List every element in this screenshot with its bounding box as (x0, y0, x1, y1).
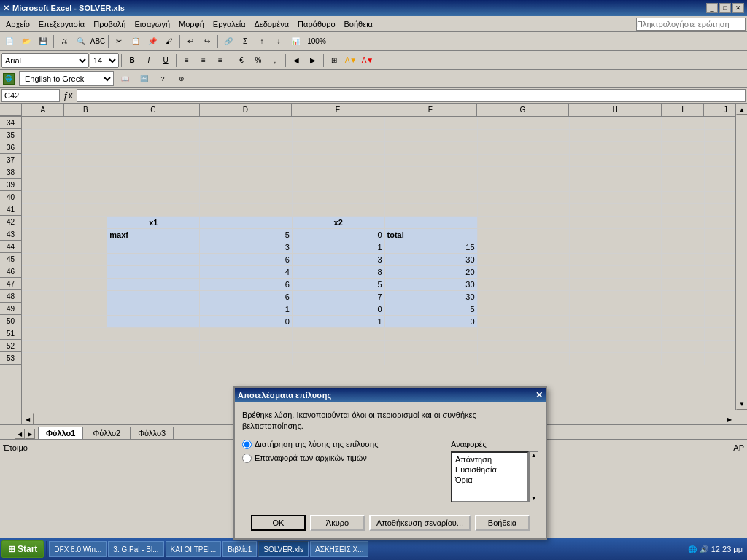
preview-button[interactable]: 🔍 (73, 34, 89, 50)
chart-button[interactable]: 📊 (287, 34, 303, 50)
cell-b44[interactable] (64, 241, 107, 253)
cell-d42[interactable] (200, 216, 292, 228)
cell-b34[interactable] (64, 117, 107, 129)
align-left[interactable]: ≡ (179, 52, 195, 69)
cell-g44[interactable] (477, 241, 569, 253)
cell-h34[interactable] (569, 117, 661, 129)
tab-scroll-right[interactable]: ▶ (25, 429, 35, 439)
menu-edit[interactable]: Επεξεργασία (34, 18, 89, 30)
cell-c35[interactable] (107, 129, 200, 141)
cell-b48[interactable] (64, 290, 107, 303)
cell-i40[interactable] (662, 191, 704, 203)
menu-file[interactable]: Αρχείο (1, 18, 34, 30)
cell-g43[interactable] (477, 228, 569, 241)
menu-tools[interactable]: Εργαλεία (209, 18, 250, 30)
col-header-g[interactable]: G (477, 104, 570, 116)
list-scroll-down[interactable]: ▼ (530, 495, 538, 502)
cell-c46[interactable] (107, 265, 200, 278)
cell-i44[interactable] (662, 241, 704, 253)
scroll-right-button[interactable]: ▶ (724, 413, 735, 424)
list-scroll-track[interactable] (530, 459, 538, 495)
search-input[interactable] (636, 18, 746, 31)
open-button[interactable]: 📂 (18, 34, 34, 50)
cell-f46[interactable]: 20 (384, 265, 477, 278)
ok-button[interactable]: ΟΚ (251, 515, 306, 531)
cell-a48[interactable] (22, 290, 64, 303)
cell-i53[interactable] (662, 352, 704, 365)
cell-i48[interactable] (662, 290, 704, 303)
minimize-button[interactable]: _ (706, 3, 718, 13)
taskbar-item-solver[interactable]: SOLVER.xls (258, 541, 309, 557)
cell-e41[interactable] (292, 203, 384, 216)
formula-input[interactable] (77, 89, 746, 102)
cell-d39[interactable] (200, 179, 292, 191)
hyperlink-button[interactable]: 🔗 (220, 34, 236, 50)
undo-button[interactable]: ↩ (182, 34, 198, 50)
cell-e34[interactable] (292, 117, 384, 129)
cell-h51[interactable] (569, 327, 661, 340)
cell-d37[interactable] (200, 154, 292, 166)
scroll-down-button[interactable]: ▼ (736, 398, 747, 410)
cell-c45[interactable] (107, 253, 200, 265)
cell-h43[interactable] (569, 228, 661, 241)
cell-i49[interactable] (662, 303, 704, 315)
cell-g39[interactable] (477, 179, 569, 191)
cell-a44[interactable] (22, 241, 64, 253)
cell-g34[interactable] (477, 117, 569, 129)
cell-a40[interactable] (22, 191, 64, 203)
cell-d35[interactable] (200, 129, 292, 141)
taskbar-item-kai[interactable]: ΚΑΙ ΟΙ ΤΡΕΙ... (166, 541, 222, 557)
close-button[interactable]: ✕ (732, 3, 744, 13)
cell-i37[interactable] (662, 154, 704, 166)
cell-e45[interactable]: 3 (292, 253, 384, 265)
cell-e35[interactable] (292, 129, 384, 141)
cell-b36[interactable] (64, 141, 107, 154)
translate-btn3[interactable]: ? (155, 71, 171, 87)
cell-c44[interactable] (107, 241, 200, 253)
cell-b49[interactable] (64, 303, 107, 315)
cell-f35[interactable] (384, 129, 477, 141)
cell-f53[interactable] (384, 352, 477, 365)
redo-button[interactable]: ↪ (199, 34, 215, 50)
sheet-tab-3[interactable]: Φύλλο3 (130, 427, 174, 439)
cell-h52[interactable] (569, 340, 661, 352)
cell-g42[interactable] (477, 216, 569, 228)
cell-c49[interactable] (107, 303, 200, 315)
cell-b40[interactable] (64, 191, 107, 203)
cell-a45[interactable] (22, 253, 64, 265)
autosum-button[interactable]: Σ (237, 34, 253, 50)
cell-f44[interactable]: 15 (384, 241, 477, 253)
cell-a38[interactable] (22, 166, 64, 179)
currency-button[interactable]: € (233, 52, 249, 69)
cell-f52[interactable] (384, 340, 477, 352)
col-header-c[interactable]: C (107, 104, 200, 116)
vertical-scrollbar[interactable]: ▲ ▼ (735, 117, 747, 410)
tab-scroll-left[interactable]: ◀ (15, 429, 25, 439)
cell-g35[interactable] (477, 129, 569, 141)
cell-b51[interactable] (64, 327, 107, 340)
cell-d46[interactable]: 4 (200, 265, 292, 278)
cell-c34[interactable] (107, 117, 200, 129)
cell-a34[interactable] (22, 117, 64, 129)
cell-g52[interactable] (477, 340, 569, 352)
col-header-h[interactable]: H (569, 104, 662, 116)
cell-h40[interactable] (569, 191, 661, 203)
cell-g46[interactable] (477, 265, 569, 278)
cell-g36[interactable] (477, 141, 569, 154)
cell-d53[interactable] (200, 352, 292, 365)
cell-b43[interactable] (64, 228, 107, 241)
cell-a49[interactable] (22, 303, 64, 315)
help-button[interactable]: Βοήθεια (475, 515, 530, 531)
cell-c43[interactable]: maxf (107, 228, 200, 241)
align-right[interactable]: ≡ (212, 52, 228, 69)
cell-c53[interactable] (107, 352, 200, 365)
translate-btn4[interactable]: ⊕ (174, 71, 190, 87)
scroll-track-v[interactable] (736, 117, 747, 398)
cell-c52[interactable] (107, 340, 200, 352)
cell-g45[interactable] (477, 253, 569, 265)
cell-e48[interactable]: 7 (292, 290, 384, 303)
cell-d34[interactable] (200, 117, 292, 129)
cancel-button[interactable]: Άκυρο (310, 515, 365, 531)
cell-d40[interactable] (200, 191, 292, 203)
taskbar-item-askiseis[interactable]: ΑΣΚΗΣΕΙΣ Χ... (310, 541, 368, 557)
